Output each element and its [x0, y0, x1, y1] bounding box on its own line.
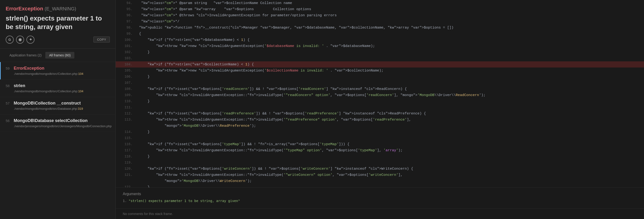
code-line: 106. } [116, 74, 644, 80]
frames-toggle: Application frames (2) All frames (60) [0, 48, 116, 62]
frame-name: MongoDB\Database selectCollection [14, 118, 88, 123]
frame-item[interactable]: 56MongoDB\Database selectCollection./ven… [0, 114, 116, 132]
code-line: 122. } [116, 184, 644, 188]
error-icons-row: G ◉ ✦ COPY [6, 36, 110, 44]
code-line: 117. "kw">throw "cls">InvalidArgumentExc… [116, 147, 644, 154]
code-line: 103. [116, 55, 644, 61]
frames-list: 59ErrorException./vendor/mongodb/mongodb… [0, 62, 116, 219]
line-code: } [137, 98, 644, 104]
code-table: 94. "kw">class="cm">* @param string "var… [116, 0, 644, 188]
line-number: 103. [116, 55, 137, 61]
code-line: "mongo">'MongoDB\\Driver\\ReadPreference… [116, 123, 644, 129]
frame-number-name: 59ErrorException [6, 66, 110, 71]
line-code: "kw">throw "cls">InvalidArgumentExceptio… [137, 92, 644, 98]
line-number: 95. [116, 6, 137, 12]
frame-file: ./vendor/jenssegers/mongodb/src/Jenssege… [6, 124, 110, 128]
arg-num: 1. [123, 199, 127, 203]
line-number [116, 123, 137, 129]
line-number [116, 178, 137, 184]
frame-number: 58 [6, 84, 11, 88]
error-header: ErrorException (E_WARNING) strlen() expe… [0, 0, 116, 48]
code-line: 110. } [116, 98, 644, 104]
line-number: 116. [116, 141, 137, 147]
line-number: 107. [116, 80, 137, 86]
line-code: "kw">class="cm">* @param "kw">array "var… [137, 6, 644, 12]
frame-item[interactable]: 57MongoDB\Collection __construct./vendor… [0, 97, 116, 114]
app-frames-toggle[interactable]: Application frames (2) [6, 52, 45, 58]
line-number: 109. [116, 92, 137, 98]
line-code: "kw">throw "cls">InvalidArgumentExceptio… [137, 147, 644, 154]
frame-number-name: 56MongoDB\Database selectCollection [6, 118, 110, 123]
line-number: 97. [116, 18, 137, 24]
line-code: } [137, 74, 644, 80]
line-code: } [137, 49, 644, 55]
all-frames-toggle[interactable]: All frames (60) [45, 52, 74, 58]
line-number: 111. [116, 104, 137, 110]
exception-name: ErrorException [6, 6, 43, 12]
line-number: 108. [116, 86, 137, 92]
line-code: "kw">class="cm">* @param string "var">$c… [137, 0, 644, 6]
line-code: "kw">class="cm">*/ [137, 18, 644, 24]
share-icon-btn[interactable]: ✦ [26, 36, 34, 44]
line-number: 104. [116, 61, 137, 68]
line-number: 122. [116, 184, 137, 188]
line-code: } [137, 184, 644, 188]
code-line: 107. [116, 80, 644, 86]
frame-item[interactable]: 59ErrorException./vendor/mongodb/mongodb… [0, 62, 116, 80]
line-number: 110. [116, 98, 137, 104]
code-line: 108. "kw">if ("fn">isset("var">$options[… [116, 86, 644, 92]
code-line: 115. [116, 135, 644, 141]
line-code: "kw">if ("fn">isset("var">$options['read… [137, 86, 644, 92]
frame-line-number: 104 [78, 72, 83, 76]
line-number: 99. [116, 31, 137, 37]
code-line: 105. "kw">throw "kw">new "cls">InvalidAr… [116, 68, 644, 74]
frame-file: ./vendor/mongodb/mongodb/src/Collection.… [6, 72, 110, 76]
line-code: } [137, 154, 644, 160]
error-type-line: ErrorException (E_WARNING) [6, 6, 110, 12]
line-code: "kw">throw "cls">InvalidArgumentExceptio… [137, 116, 644, 123]
line-code [137, 55, 644, 61]
line-number: 119. [116, 160, 137, 166]
frame-number: 57 [6, 101, 11, 105]
line-number: 112. [116, 110, 137, 116]
frame-number-name: 58strlen [6, 83, 110, 88]
line-code: "kw">if ("fn">strlen("var">$databaseName… [137, 37, 644, 43]
line-number: 101. [116, 43, 137, 49]
code-line: 118. } [116, 154, 644, 160]
code-line: 101. "kw">throw "kw">new "cls">InvalidAr… [116, 43, 644, 49]
line-number: 98. [116, 24, 137, 31]
code-line: 94. "kw">class="cm">* @param string "var… [116, 0, 644, 6]
frame-name: MongoDB\Collection __construct [14, 101, 81, 106]
google-icon-btn[interactable]: G [6, 36, 14, 44]
right-panel: 94. "kw">class="cm">* @param string "var… [116, 0, 644, 219]
search-icon-btn[interactable]: ◉ [16, 36, 24, 44]
line-number: 117. [116, 147, 137, 154]
line-code: "kw">if ("fn">isset("var">$options['read… [137, 110, 644, 116]
line-code [137, 80, 644, 86]
line-number: 94. [116, 0, 137, 6]
code-view[interactable]: 94. "kw">class="cm">* @param string "var… [116, 0, 644, 188]
arg-value: "strlen() expects parameter 1 to be stri… [129, 199, 240, 203]
code-line: 102. } [116, 49, 644, 55]
line-number: 118. [116, 154, 137, 160]
line-number: 121. [116, 172, 137, 178]
frame-number: 56 [6, 119, 11, 123]
code-line: 97. "kw">class="cm">*/ [116, 18, 644, 24]
frame-file: ./vendor/mongodb/mongodb/src/Collection.… [6, 90, 110, 93]
arguments-list: 1."strlen() expects parameter 1 to be st… [123, 199, 637, 203]
code-line: 119. [116, 160, 644, 166]
code-line: 111. [116, 104, 644, 110]
warning-code: (E_WARNING) [44, 6, 76, 11]
code-line: 116. "kw">if ("fn">isset("var">$options[… [116, 141, 644, 147]
line-number: 96. [116, 12, 137, 18]
line-code: "kw">if ("fn">strlen("var">$collectionNa… [137, 61, 644, 68]
copy-button[interactable]: COPY [94, 36, 110, 42]
code-line: 99.{ [116, 31, 644, 37]
line-code: "mongo">'MongoDB\\Driver\\ReadPreference… [137, 123, 644, 129]
line-code: "kw">if ("fn">isset("var">$options['writ… [137, 166, 644, 172]
line-number: 115. [116, 135, 137, 141]
frame-item[interactable]: 58strlen./vendor/mongodb/mongodb/src/Col… [0, 80, 116, 97]
line-code: "mongo">'MongoDB\\Driver\\WriteConcern')… [137, 178, 644, 184]
frame-file: ./vendor/mongodb/mongodb/src/Database.ph… [6, 107, 110, 110]
line-code: "kw">throw "kw">new "cls">InvalidArgumen… [137, 43, 644, 49]
